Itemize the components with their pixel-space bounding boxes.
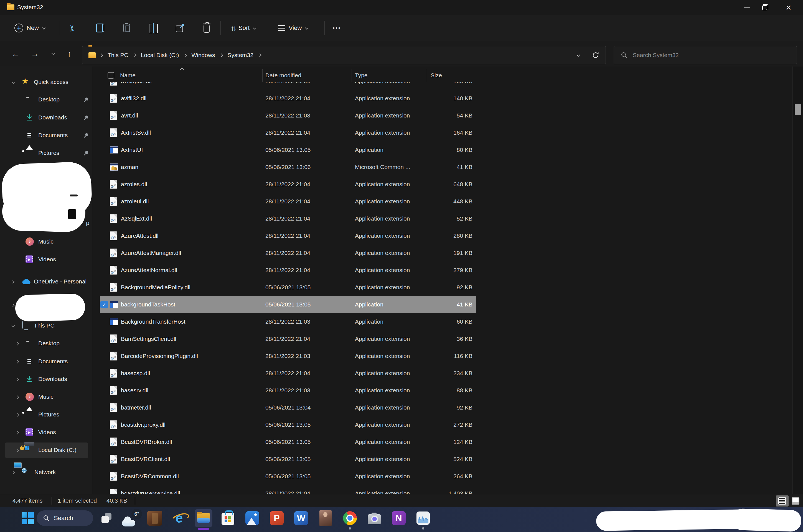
more-options-button[interactable]: •••: [333, 15, 341, 41]
forward-button[interactable]: →: [27, 41, 43, 66]
taskbar-search[interactable]: Search: [37, 510, 93, 526]
sidebar-item-network[interactable]: Network: [0, 465, 92, 480]
chevron-right-icon[interactable]: [16, 342, 19, 345]
chevron-right-icon[interactable]: [11, 280, 15, 284]
refresh-button[interactable]: [589, 50, 603, 61]
sidebar-item-quick-access[interactable]: ★ Quick access: [0, 75, 92, 90]
taskbar-app-camera[interactable]: [365, 509, 383, 527]
address-dropdown-button[interactable]: [571, 50, 585, 60]
file-row[interactable]: AzureAttestManager.dll 28/11/2022 21:04 …: [100, 244, 476, 262]
sidebar-item-pictures-pinned[interactable]: Pictures: [0, 146, 92, 161]
task-view-button[interactable]: [97, 509, 115, 527]
share-button[interactable]: ↗: [176, 15, 184, 41]
column-header-name[interactable]: Name: [120, 72, 135, 79]
chevron-right-icon[interactable]: [16, 449, 19, 452]
restore-button[interactable]: [756, 0, 773, 15]
chevron-right-icon[interactable]: [16, 395, 19, 399]
chevron-right-icon[interactable]: [16, 431, 19, 435]
address-bar[interactable]: This PC Local Disk (C:) Windows System32: [82, 46, 606, 64]
sidebar-item-desktop-pinned[interactable]: Desktop: [0, 92, 92, 108]
file-row[interactable]: BarcodeProvisioningPlugin.dll 28/11/2022…: [100, 347, 476, 365]
scrollbar-thumb[interactable]: [795, 104, 801, 115]
new-button[interactable]: + New: [14, 15, 44, 41]
recent-locations-button[interactable]: [45, 41, 60, 66]
row-checkbox-checked[interactable]: ✓: [101, 301, 108, 308]
file-row[interactable]: batmeter.dll 05/06/2021 13:04 Applicatio…: [100, 399, 476, 416]
column-resize-handle[interactable]: [427, 69, 427, 82]
sidebar-item-pc-desktop[interactable]: Desktop: [0, 336, 92, 352]
search-input[interactable]: [633, 52, 777, 58]
taskbar-app-file-explorer[interactable]: [195, 509, 213, 527]
sidebar-item-pc-music[interactable]: ♪ Music: [0, 389, 92, 405]
chevron-right-icon[interactable]: [16, 413, 19, 417]
column-resize-handle[interactable]: [476, 69, 476, 82]
file-row[interactable]: avrt.dll 28/11/2022 21:03 Application ex…: [100, 107, 476, 124]
file-row[interactable]: azman 05/06/2021 13:06 Microsoft Common …: [100, 158, 476, 176]
chevron-right-icon[interactable]: [11, 471, 15, 474]
file-row[interactable]: BamSettingsClient.dll 28/11/2022 21:04 A…: [100, 330, 476, 347]
file-row[interactable]: basecsp.dll 28/11/2022 21:04 Application…: [100, 365, 476, 382]
file-row[interactable]: azroleui.dll 28/11/2022 21:04 Applicatio…: [100, 193, 476, 210]
breadcrumb-this-pc[interactable]: This PC: [107, 51, 129, 60]
details-view-button[interactable]: [776, 495, 789, 507]
sidebar-item-pc-documents[interactable]: Documents: [0, 354, 92, 369]
file-row[interactable]: bcastdvruserservice.dll 28/11/2022 21:04…: [100, 485, 476, 494]
file-row[interactable]: AxInstUI 05/06/2021 13:05 Application 80…: [100, 141, 476, 158]
file-row[interactable]: AzureAttestNormal.dll 28/11/2022 21:04 A…: [100, 262, 476, 279]
large-icons-view-button[interactable]: [789, 495, 802, 507]
sidebar-item-music[interactable]: ♪ Music: [0, 234, 92, 250]
select-all-checkbox[interactable]: [108, 72, 114, 79]
sidebar-item-onedrive[interactable]: OneDrive - Personal: [0, 274, 92, 289]
file-row[interactable]: avicap32.dll 28/11/2022 21:04 Applicatio…: [100, 82, 476, 90]
file-row[interactable]: azroles.dll 28/11/2022 21:04 Application…: [100, 176, 476, 193]
chevron-right-icon[interactable]: [16, 360, 19, 363]
search-box[interactable]: [614, 46, 797, 64]
view-button[interactable]: View: [278, 15, 308, 41]
file-row[interactable]: avifil32.dll 28/11/2022 21:04 Applicatio…: [100, 90, 476, 107]
taskbar-app-monitor[interactable]: [414, 509, 432, 527]
taskbar-app-photo-viewer[interactable]: [317, 509, 334, 527]
sidebar-item-documents-pinned[interactable]: Documents: [0, 128, 92, 143]
taskbar-app-onenote[interactable]: N: [390, 509, 407, 527]
delete-button[interactable]: [203, 15, 209, 41]
sidebar-item-downloads-pinned[interactable]: Downloads: [0, 110, 92, 126]
sidebar-item-local-disk[interactable]: Local Disk (C:): [0, 442, 92, 458]
paste-button[interactable]: [123, 15, 130, 41]
vertical-scrollbar[interactable]: [792, 66, 803, 494]
column-header-size[interactable]: Size: [431, 72, 442, 79]
file-row[interactable]: BackgroundMediaPolicy.dll 05/06/2021 13:…: [100, 279, 476, 296]
close-button[interactable]: ✕: [780, 0, 798, 15]
taskbar-app-internet-explorer[interactable]: e: [170, 509, 188, 527]
sidebar-item-pc-downloads[interactable]: Downloads: [0, 372, 92, 387]
sidebar-item-pc-pictures[interactable]: Pictures: [0, 407, 92, 422]
cut-button[interactable]: ✂: [69, 15, 76, 41]
sidebar-item-videos[interactable]: ▶ Videos: [0, 252, 92, 267]
file-row[interactable]: bcastdvr.proxy.dll 05/06/2021 13:05 Appl…: [100, 416, 476, 433]
file-row[interactable]: basesrv.dll 28/11/2022 21:03 Application…: [100, 382, 476, 399]
column-header-date[interactable]: Date modified: [266, 72, 302, 79]
file-row-selected[interactable]: ✓ backgroundTaskHost 05/06/2021 13:05 Ap…: [100, 296, 476, 313]
chevron-right-icon[interactable]: [16, 378, 19, 381]
taskbar-app-powerpoint[interactable]: P: [268, 509, 286, 527]
up-button[interactable]: ↑: [61, 41, 77, 66]
start-button[interactable]: [19, 509, 37, 527]
file-row[interactable]: BcastDVRCommon.dll 05/06/2021 13:05 Appl…: [100, 468, 476, 485]
breadcrumb-system32[interactable]: System32: [227, 51, 254, 60]
breadcrumb-windows[interactable]: Windows: [191, 51, 216, 60]
weather-widget[interactable]: 6°: [122, 509, 142, 529]
taskbar-app-game[interactable]: [146, 509, 164, 527]
taskbar-app-store[interactable]: [219, 509, 237, 527]
back-button[interactable]: ←: [8, 41, 23, 66]
file-row[interactable]: AzSqlExt.dll 28/11/2022 21:04 Applicatio…: [100, 210, 476, 227]
chevron-down-icon[interactable]: [12, 324, 15, 327]
taskbar-app-photos[interactable]: [243, 509, 261, 527]
file-row[interactable]: BcastDVRBroker.dll 05/06/2021 13:05 Appl…: [100, 433, 476, 451]
rename-button[interactable]: [149, 15, 158, 41]
chevron-down-icon[interactable]: [12, 80, 15, 84]
column-header-type[interactable]: Type: [355, 72, 368, 79]
file-row[interactable]: AzureAttest.dll 28/11/2022 21:04 Applica…: [100, 227, 476, 244]
file-row[interactable]: AxInstSv.dll 28/11/2022 21:04 Applicatio…: [100, 124, 476, 141]
sidebar-item-this-pc[interactable]: This PC: [0, 318, 92, 334]
copy-button[interactable]: [96, 15, 104, 41]
file-row[interactable]: BackgroundTransferHost 28/11/2022 21:03 …: [100, 313, 476, 330]
